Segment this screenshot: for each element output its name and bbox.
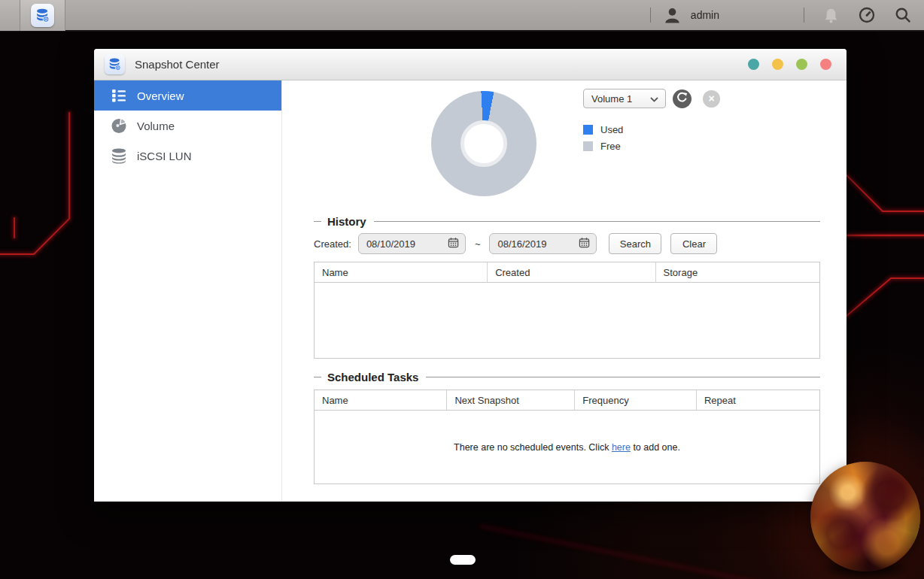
section-rule	[374, 221, 820, 222]
history-table: Name Created Storage	[314, 262, 820, 359]
window-maximize-button[interactable]	[796, 59, 807, 70]
add-schedule-link[interactable]: here	[612, 442, 631, 453]
sidebar-item-label: iSCSI LUN	[137, 150, 192, 162]
history-section-title: History	[327, 215, 366, 228]
volume-usage-chart-area: Volume 1	[282, 80, 846, 216]
section-rule	[314, 377, 321, 377]
scheduled-tasks-section: Scheduled Tasks Name Next Snapshot Frequ…	[314, 371, 820, 484]
refresh-button[interactable]	[673, 89, 691, 108]
date-range-separator: ~	[475, 238, 481, 250]
dock-indicator-pill[interactable]	[450, 555, 476, 565]
snapshot-center-app-icon	[31, 4, 54, 27]
column-header-next-snapshot[interactable]: Next Snapshot	[447, 390, 575, 410]
column-header-created[interactable]: Created	[488, 262, 655, 282]
sidebar-item-iscsi-lun[interactable]: iSCSI LUN	[94, 141, 281, 171]
created-label: Created:	[314, 238, 351, 250]
sidebar-item-volume[interactable]: Volume	[94, 111, 281, 141]
section-rule	[426, 377, 820, 377]
iscsi-disks-icon	[110, 148, 128, 164]
taskbar-app-snapshot-center[interactable]	[20, 0, 65, 31]
volume-usage-donut	[431, 91, 536, 196]
empty-state-message: There are no scheduled events. Click her…	[454, 442, 680, 453]
legend-label: Used	[600, 124, 623, 135]
window-title: Snapshot Center	[135, 58, 220, 71]
bell-icon[interactable]	[822, 7, 840, 24]
scheduled-tasks-table: Name Next Snapshot Frequency Repeat Ther…	[314, 390, 820, 484]
vendor-watermark-logo	[809, 460, 923, 579]
overview-list-icon	[110, 88, 128, 103]
column-header-name[interactable]: Name	[315, 390, 447, 410]
scheduled-tasks-section-title: Scheduled Tasks	[327, 371, 418, 383]
window-controls	[748, 59, 831, 70]
empty-state-text: There are no scheduled events. Click	[454, 442, 612, 453]
window-titlebar[interactable]: Snapshot Center	[94, 49, 846, 80]
sidebar-item-label: Volume	[137, 120, 175, 132]
clear-selection-button[interactable]: ×	[703, 90, 720, 108]
legend-swatch-free	[583, 141, 593, 151]
scheduled-tasks-table-body-empty: There are no scheduled events. Click her…	[315, 411, 819, 484]
window-restore-button[interactable]	[772, 59, 783, 70]
history-table-header: Name Created Storage	[315, 262, 819, 283]
date-from-value: 08/10/2019	[366, 238, 448, 250]
column-header-frequency[interactable]: Frequency	[575, 390, 697, 410]
taskbar-divider	[650, 8, 651, 23]
column-header-repeat[interactable]: Repeat	[697, 390, 819, 410]
donut-hole	[460, 120, 507, 167]
legend-item-used: Used	[583, 121, 720, 138]
snapshot-center-app-icon	[105, 54, 125, 74]
search-button[interactable]: Search	[609, 233, 661, 254]
taskbar: admin	[0, 0, 924, 32]
volume-select-value: Volume 1	[591, 93, 650, 105]
taskbar-divider	[804, 8, 804, 23]
logged-in-user-label[interactable]: admin	[691, 9, 719, 21]
calendar-icon[interactable]	[448, 237, 459, 251]
search-icon[interactable]	[894, 6, 912, 24]
date-from-input[interactable]: 08/10/2019	[358, 233, 466, 254]
clear-button[interactable]: Clear	[670, 233, 717, 254]
window-minimize-button[interactable]	[748, 59, 759, 70]
legend-label: Free	[600, 141, 621, 152]
close-icon: ×	[708, 93, 714, 104]
sidebar: Overview Volume	[94, 80, 282, 501]
section-rule	[314, 221, 321, 222]
date-to-input[interactable]: 08/16/2019	[489, 233, 597, 254]
calendar-icon[interactable]	[579, 237, 590, 251]
chart-legend: Used Free	[583, 121, 720, 154]
history-table-body-empty	[315, 283, 819, 358]
legend-swatch-used	[583, 125, 593, 135]
window-close-button[interactable]	[820, 59, 831, 70]
sidebar-item-overview[interactable]: Overview	[94, 80, 281, 111]
user-icon[interactable]	[663, 6, 682, 25]
taskbar-right-group: admin	[650, 6, 924, 25]
snapshot-center-window: Snapshot Center	[94, 49, 846, 502]
volume-select[interactable]: Volume 1	[583, 89, 666, 108]
empty-state-text: to add one.	[631, 442, 680, 453]
refresh-icon	[676, 92, 688, 106]
column-header-storage[interactable]: Storage	[656, 262, 819, 282]
gauge-icon[interactable]	[858, 6, 876, 24]
logo-swirl-overlay	[810, 462, 920, 571]
column-header-name[interactable]: Name	[315, 262, 488, 282]
legend-item-free: Free	[583, 138, 720, 154]
scheduled-tasks-table-header: Name Next Snapshot Frequency Repeat	[315, 390, 819, 411]
date-to-value: 08/16/2019	[497, 238, 579, 250]
sidebar-item-label: Overview	[137, 89, 184, 102]
volume-pie-icon	[110, 117, 128, 134]
taskbar-corner-tile[interactable]	[0, 0, 20, 31]
overview-panel: Volume 1	[282, 80, 846, 501]
chevron-down-icon	[650, 92, 658, 105]
history-section: History Created: 08/10/2019	[314, 216, 820, 359]
